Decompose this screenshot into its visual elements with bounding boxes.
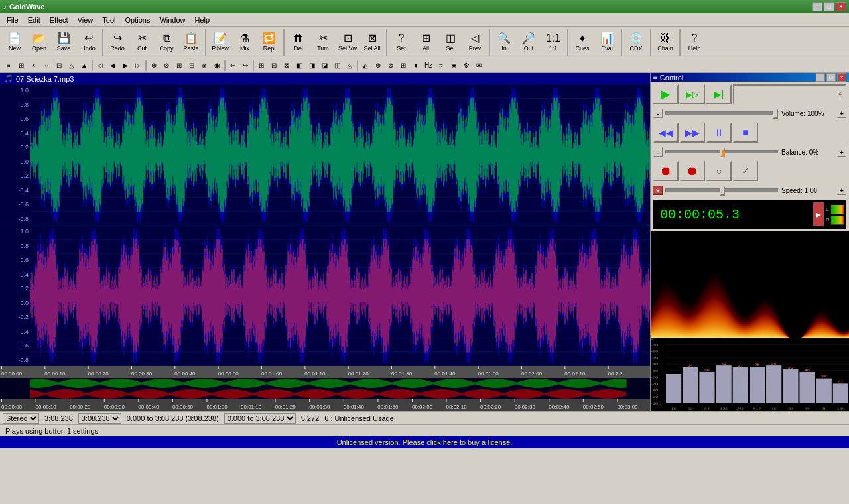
toolbar-btn-cut[interactable]: ✂Cut	[130, 28, 154, 57]
tb2-btn-14[interactable]: ⊞	[173, 60, 185, 72]
tb2-btn-13[interactable]: ⊗	[161, 60, 172, 72]
toolbar-btn-out[interactable]: 🔎Out	[517, 28, 541, 57]
tb2-btn-28[interactable]: ◭	[359, 60, 371, 72]
speed-plus[interactable]: +	[837, 186, 846, 195]
close-button[interactable]: ×	[836, 2, 846, 11]
play-button[interactable]: ▶	[653, 84, 679, 104]
menu-item-effect[interactable]: Effect	[46, 15, 72, 25]
control-maximize-button[interactable]: □	[826, 73, 836, 82]
tb2-btn-32[interactable]: ♦	[410, 60, 422, 72]
tb2-btn-31[interactable]: ⊞	[397, 60, 409, 72]
tb2-btn-23[interactable]: ◧	[293, 60, 305, 72]
channel-mode-select[interactable]: Stereo Left Right Mono	[3, 413, 39, 424]
volume-minus[interactable]: -	[653, 109, 663, 118]
balance-thumb[interactable]	[720, 148, 725, 157]
balance-plus[interactable]: +	[837, 147, 846, 157]
toolbar-btn-11[interactable]: 1:11:1	[541, 28, 565, 57]
toolbar-btn-mix[interactable]: ⚗Mix	[233, 28, 257, 57]
record-sel-button[interactable]: ⏺	[680, 161, 705, 181]
toolbar-btn-open[interactable]: 📂Open	[27, 28, 51, 57]
toolbar-btn-save[interactable]: 💾Save	[52, 28, 76, 57]
duration-select[interactable]: 3:08.238	[78, 413, 121, 424]
balance-track[interactable]	[665, 150, 779, 154]
tb2-btn-16[interactable]: ◈	[198, 60, 210, 72]
toolbar-btn-selvw[interactable]: ⊡Sel Vw	[336, 28, 359, 57]
menu-item-view[interactable]: View	[74, 15, 98, 25]
tb2-btn-33[interactable]: Hz	[423, 60, 434, 72]
toolbar-btn-paste[interactable]: 📋Paste	[179, 28, 203, 57]
speed-track[interactable]	[665, 188, 779, 192]
volume-track[interactable]	[665, 111, 779, 115]
toolbar-btn-trim[interactable]: ✂Trim	[311, 28, 335, 57]
maximize-button[interactable]: □	[824, 2, 834, 11]
overview-strip[interactable]	[0, 378, 650, 399]
selection-select[interactable]: 0.000 to 3:08.238	[224, 413, 296, 424]
menu-item-help[interactable]: Help	[191, 15, 214, 25]
fastforward-button[interactable]: ▶▶	[680, 123, 705, 143]
speed-thumb[interactable]	[720, 186, 725, 196]
tb2-btn-36[interactable]: ⚙	[460, 60, 472, 72]
tb2-btn-21[interactable]: ⊟	[268, 60, 280, 72]
toolbar-btn-new[interactable]: 📄New	[3, 28, 27, 57]
toolbar-btn-pnew[interactable]: 📝P.New	[208, 28, 232, 57]
tb2-btn-10[interactable]: ▶	[119, 60, 131, 72]
stop-button[interactable]: ■	[733, 123, 758, 143]
vol-plus[interactable]: +	[733, 84, 846, 104]
toolbar-btn-cues[interactable]: ♦Cues	[570, 28, 594, 57]
tb2-btn-22[interactable]: ⊠	[281, 60, 293, 72]
tb2-btn-19[interactable]: ↪	[239, 60, 251, 72]
tb2-btn-37[interactable]: ✉	[473, 60, 485, 72]
tb2-btn-8[interactable]: ◁	[94, 60, 106, 72]
tb2-btn-9[interactable]: ◀	[107, 60, 119, 72]
tb2-btn-29[interactable]: ⊕	[372, 60, 384, 72]
play-loop-button[interactable]: ▶▷	[680, 84, 705, 104]
tb2-btn-24[interactable]: ◨	[306, 60, 318, 72]
control-minimize-button[interactable]: _	[816, 73, 825, 82]
toolbar-btn-repl[interactable]: 🔁Repl	[257, 28, 281, 57]
channel-green[interactable]: 1.0 0.8 0.6 0.4 0.2 0.0 -0.2 -0.4 -0.6 -…	[0, 84, 650, 225]
toolbar-btn-selall[interactable]: ⊠Sel All	[360, 28, 384, 57]
play-sel-button[interactable]: ▶|	[706, 84, 732, 104]
toolbar-btn-help[interactable]: ?Help	[683, 28, 706, 57]
tb2-btn-12[interactable]: ⊕	[148, 60, 160, 72]
toolbar-btn-set[interactable]: ?Set	[389, 28, 413, 57]
tb2-btn-34[interactable]: ≈	[435, 60, 447, 72]
volume-plus[interactable]: +	[837, 109, 846, 118]
channel-red[interactable]: 1.0 0.8 0.6 0.4 0.2 0.0 -0.2 -0.4 -0.6 -…	[0, 225, 650, 366]
tb2-btn-5[interactable]: ⊡	[53, 60, 65, 72]
mark2-button[interactable]: ✓	[733, 161, 758, 181]
toolbar-btn-copy[interactable]: ⧉Copy	[155, 28, 178, 57]
toolbar-btn-cdx[interactable]: 💿CDX	[624, 28, 648, 57]
menu-item-file[interactable]: File	[3, 15, 23, 25]
tb2-btn-30[interactable]: ⊗	[385, 60, 397, 72]
tb2-btn-4[interactable]: ↔	[40, 60, 52, 72]
balance-minus[interactable]: -	[653, 147, 663, 157]
tb2-btn-3[interactable]: ×	[28, 60, 40, 72]
menu-item-tool[interactable]: Tool	[98, 15, 119, 25]
pause-button[interactable]: ⏸	[706, 123, 732, 143]
license-message[interactable]: Unlicensed version. Please click here to…	[337, 438, 513, 446]
volume-thumb[interactable]	[773, 109, 778, 119]
tb2-btn-26[interactable]: ◫	[331, 60, 343, 72]
infobar[interactable]: Unlicensed version. Please click here to…	[0, 436, 849, 448]
tb2-btn-1[interactable]: ≡	[3, 60, 15, 72]
tb2-btn-7[interactable]: ▲	[78, 60, 90, 72]
toolbar-btn-in[interactable]: 🔍In	[492, 28, 516, 57]
menu-item-window[interactable]: Window	[155, 15, 189, 25]
toolbar-btn-all[interactable]: ⊞All	[414, 28, 438, 57]
rewind-button[interactable]: ◀◀	[653, 123, 679, 143]
tb2-btn-6[interactable]: △	[66, 60, 78, 72]
menu-item-edit[interactable]: Edit	[24, 15, 44, 25]
toolbar-btn-sel[interactable]: ◫Sel	[438, 28, 462, 57]
minimize-button[interactable]: _	[812, 2, 822, 11]
control-close-button[interactable]: ×	[837, 73, 846, 82]
toolbar-btn-chain[interactable]: ⛓Chain	[653, 28, 677, 57]
tb2-btn-35[interactable]: ★	[448, 60, 460, 72]
speed-x-icon[interactable]: ×	[653, 186, 663, 195]
tb2-btn-25[interactable]: ◪	[318, 60, 330, 72]
tb2-btn-15[interactable]: ⊟	[186, 60, 198, 72]
tb2-btn-20[interactable]: ⊞	[255, 60, 267, 72]
toolbar-btn-redo[interactable]: ↪Redo	[105, 28, 129, 57]
tb2-btn-27[interactable]: ◬	[344, 60, 356, 72]
tb2-btn-17[interactable]: ◉	[211, 60, 223, 72]
